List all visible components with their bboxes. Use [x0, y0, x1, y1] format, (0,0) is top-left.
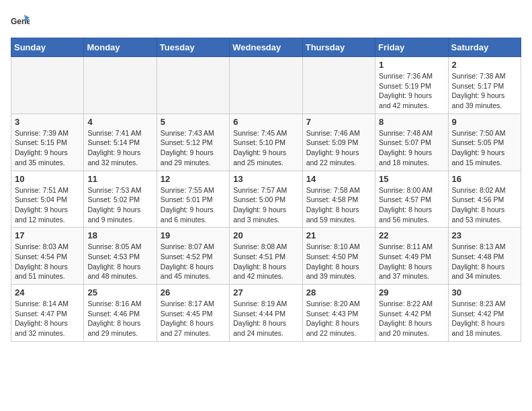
- day-info: Sunrise: 8:08 AM Sunset: 4:51 PM Dayligh…: [233, 242, 298, 281]
- day-info: Sunrise: 8:13 AM Sunset: 4:48 PM Dayligh…: [452, 242, 517, 281]
- week-row-1: 1Sunrise: 7:36 AM Sunset: 5:19 PM Daylig…: [11, 57, 521, 114]
- day-cell: 27Sunrise: 8:19 AM Sunset: 4:44 PM Dayli…: [230, 285, 302, 342]
- day-number: 19: [161, 230, 226, 240]
- day-number: 24: [15, 287, 80, 298]
- day-cell: [84, 57, 157, 114]
- day-number: 5: [161, 117, 226, 127]
- day-number: 9: [452, 117, 517, 127]
- day-cell: 22Sunrise: 8:11 AM Sunset: 4:49 PM Dayli…: [375, 228, 448, 285]
- day-info: Sunrise: 7:53 AM Sunset: 5:02 PM Dayligh…: [87, 185, 152, 225]
- day-cell: 6Sunrise: 7:45 AM Sunset: 5:10 PM Daylig…: [230, 113, 302, 171]
- day-info: Sunrise: 8:11 AM Sunset: 4:49 PM Dayligh…: [379, 242, 444, 281]
- day-cell: 24Sunrise: 8:14 AM Sunset: 4:47 PM Dayli…: [11, 285, 84, 342]
- week-row-4: 17Sunrise: 8:03 AM Sunset: 4:54 PM Dayli…: [11, 228, 521, 285]
- day-info: Sunrise: 7:55 AM Sunset: 5:01 PM Dayligh…: [161, 185, 226, 225]
- day-cell: 5Sunrise: 7:43 AM Sunset: 5:12 PM Daylig…: [157, 113, 229, 171]
- day-cell: 26Sunrise: 8:17 AM Sunset: 4:45 PM Dayli…: [157, 285, 229, 342]
- day-number: 20: [233, 230, 298, 240]
- day-info: Sunrise: 8:16 AM Sunset: 4:46 PM Dayligh…: [87, 299, 152, 338]
- header-cell-monday: Monday: [84, 38, 157, 57]
- header-cell-sunday: Sunday: [11, 38, 84, 57]
- day-number: 16: [452, 174, 517, 184]
- day-info: Sunrise: 7:46 AM Sunset: 5:09 PM Dayligh…: [306, 128, 371, 168]
- day-info: Sunrise: 8:22 AM Sunset: 4:42 PM Dayligh…: [379, 299, 444, 338]
- day-info: Sunrise: 7:57 AM Sunset: 5:00 PM Dayligh…: [233, 185, 298, 225]
- day-info: Sunrise: 8:20 AM Sunset: 4:43 PM Dayligh…: [306, 299, 371, 338]
- header-row: SundayMondayTuesdayWednesdayThursdayFrid…: [11, 38, 521, 57]
- header-cell-thursday: Thursday: [302, 38, 375, 57]
- day-info: Sunrise: 8:19 AM Sunset: 4:44 PM Dayligh…: [233, 299, 298, 338]
- day-cell: 20Sunrise: 8:08 AM Sunset: 4:51 PM Dayli…: [230, 228, 302, 285]
- day-number: 15: [379, 174, 444, 184]
- day-cell: 10Sunrise: 7:51 AM Sunset: 5:04 PM Dayli…: [11, 171, 84, 228]
- day-cell: 12Sunrise: 7:55 AM Sunset: 5:01 PM Dayli…: [157, 171, 229, 228]
- week-row-2: 3Sunrise: 7:39 AM Sunset: 5:15 PM Daylig…: [11, 113, 521, 171]
- day-cell: 30Sunrise: 8:23 AM Sunset: 4:42 PM Dayli…: [448, 285, 521, 342]
- day-number: 29: [379, 287, 444, 298]
- day-number: 28: [306, 287, 371, 298]
- header-cell-tuesday: Tuesday: [157, 38, 229, 57]
- day-number: 12: [161, 174, 226, 184]
- day-info: Sunrise: 8:23 AM Sunset: 4:42 PM Dayligh…: [452, 299, 517, 338]
- day-cell: 14Sunrise: 7:58 AM Sunset: 4:58 PM Dayli…: [302, 171, 375, 228]
- day-info: Sunrise: 8:14 AM Sunset: 4:47 PM Dayligh…: [15, 299, 80, 338]
- day-info: Sunrise: 7:43 AM Sunset: 5:12 PM Dayligh…: [161, 128, 226, 168]
- day-cell: 21Sunrise: 8:10 AM Sunset: 4:50 PM Dayli…: [302, 228, 375, 285]
- day-number: 21: [306, 230, 371, 240]
- day-number: 26: [161, 287, 226, 298]
- day-cell: 16Sunrise: 8:02 AM Sunset: 4:56 PM Dayli…: [448, 171, 521, 228]
- day-info: Sunrise: 7:41 AM Sunset: 5:14 PM Dayligh…: [87, 128, 152, 168]
- day-number: 18: [87, 230, 152, 240]
- day-info: Sunrise: 8:10 AM Sunset: 4:50 PM Dayligh…: [306, 242, 371, 281]
- day-cell: 7Sunrise: 7:46 AM Sunset: 5:09 PM Daylig…: [302, 113, 375, 171]
- day-cell: [157, 57, 229, 114]
- day-number: 14: [306, 174, 371, 184]
- day-cell: [11, 57, 84, 114]
- day-number: 13: [233, 174, 298, 184]
- day-number: 22: [379, 230, 444, 240]
- day-number: 17: [15, 230, 80, 240]
- day-number: 23: [452, 230, 517, 240]
- day-cell: 9Sunrise: 7:50 AM Sunset: 5:05 PM Daylig…: [448, 113, 521, 171]
- day-cell: 2Sunrise: 7:38 AM Sunset: 5:17 PM Daylig…: [448, 57, 521, 114]
- day-info: Sunrise: 8:05 AM Sunset: 4:53 PM Dayligh…: [87, 242, 152, 281]
- day-number: 10: [15, 174, 80, 184]
- day-cell: 23Sunrise: 8:13 AM Sunset: 4:48 PM Dayli…: [448, 228, 521, 285]
- day-cell: 3Sunrise: 7:39 AM Sunset: 5:15 PM Daylig…: [11, 113, 84, 171]
- day-number: 6: [233, 117, 298, 127]
- day-number: 8: [379, 117, 444, 127]
- day-info: Sunrise: 7:51 AM Sunset: 5:04 PM Dayligh…: [15, 185, 80, 225]
- day-cell: [230, 57, 302, 114]
- day-number: 4: [87, 117, 152, 127]
- week-row-3: 10Sunrise: 7:51 AM Sunset: 5:04 PM Dayli…: [11, 171, 521, 228]
- day-cell: 19Sunrise: 8:07 AM Sunset: 4:52 PM Dayli…: [157, 228, 229, 285]
- header-cell-wednesday: Wednesday: [230, 38, 302, 57]
- day-number: 27: [233, 287, 298, 298]
- day-cell: 25Sunrise: 8:16 AM Sunset: 4:46 PM Dayli…: [84, 285, 157, 342]
- calendar-header: SundayMondayTuesdayWednesdayThursdayFrid…: [11, 38, 521, 57]
- day-info: Sunrise: 7:45 AM Sunset: 5:10 PM Dayligh…: [233, 128, 298, 168]
- day-info: Sunrise: 8:03 AM Sunset: 4:54 PM Dayligh…: [15, 242, 80, 281]
- day-info: Sunrise: 8:07 AM Sunset: 4:52 PM Dayligh…: [161, 242, 226, 281]
- day-cell: 13Sunrise: 7:57 AM Sunset: 5:00 PM Dayli…: [230, 171, 302, 228]
- week-row-5: 24Sunrise: 8:14 AM Sunset: 4:47 PM Dayli…: [11, 285, 521, 342]
- day-info: Sunrise: 7:50 AM Sunset: 5:05 PM Dayligh…: [452, 128, 517, 168]
- day-number: 25: [87, 287, 152, 298]
- day-info: Sunrise: 7:48 AM Sunset: 5:07 PM Dayligh…: [379, 128, 444, 168]
- day-cell: 18Sunrise: 8:05 AM Sunset: 4:53 PM Dayli…: [84, 228, 157, 285]
- day-cell: 11Sunrise: 7:53 AM Sunset: 5:02 PM Dayli…: [84, 171, 157, 228]
- day-info: Sunrise: 7:39 AM Sunset: 5:15 PM Dayligh…: [15, 128, 80, 168]
- day-number: 30: [452, 287, 517, 298]
- day-cell: [302, 57, 375, 114]
- day-number: 2: [452, 60, 517, 70]
- day-cell: 29Sunrise: 8:22 AM Sunset: 4:42 PM Dayli…: [375, 285, 448, 342]
- day-cell: 15Sunrise: 8:00 AM Sunset: 4:57 PM Dayli…: [375, 171, 448, 228]
- calendar-body: 1Sunrise: 7:36 AM Sunset: 5:19 PM Daylig…: [11, 57, 521, 342]
- day-cell: 28Sunrise: 8:20 AM Sunset: 4:43 PM Dayli…: [302, 285, 375, 342]
- calendar-table: SundayMondayTuesdayWednesdayThursdayFrid…: [11, 38, 521, 342]
- day-number: 11: [87, 174, 152, 184]
- header-cell-friday: Friday: [375, 38, 448, 57]
- day-cell: 1Sunrise: 7:36 AM Sunset: 5:19 PM Daylig…: [375, 57, 448, 114]
- header-cell-saturday: Saturday: [448, 38, 521, 57]
- page-header: General: [11, 11, 521, 30]
